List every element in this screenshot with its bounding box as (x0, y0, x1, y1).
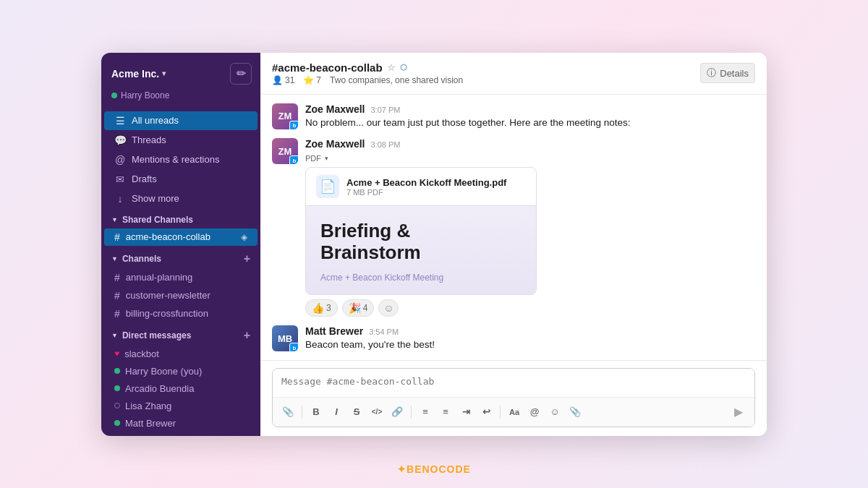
ordered-list-toolbar-button[interactable]: ≡ (416, 403, 435, 421)
avatar-zoe: ZM b (272, 138, 298, 164)
message-text: No problem... our team just put those to… (305, 116, 755, 130)
reaction-count: 4 (363, 303, 368, 313)
message-row: ZM b Zoe Maxwell 3:07 PM No problem... o… (272, 103, 755, 130)
channel-item-acme-beacon-collab[interactable]: # acme-beacon-collab ◈ (104, 228, 258, 246)
pdf-file-icon: 📄 (316, 175, 339, 198)
channel-title: #acme-beacon-collab ☆ ⬡ (272, 61, 463, 74)
sidebar-item-show-more[interactable]: ↓ Show more (104, 189, 258, 208)
file-attach-toolbar-button[interactable]: 📎 (566, 403, 584, 421)
toolbar-separator (411, 406, 412, 419)
hash-icon: # (114, 308, 120, 320)
avatar-matt: MB b (272, 325, 298, 351)
channel-item-customer-newsletter[interactable]: # customer-newsletter (104, 287, 258, 304)
text-format-toolbar-button[interactable]: Aa (505, 403, 524, 421)
message-header: Zoe Maxwell 3:07 PM (305, 103, 755, 115)
sidebar-header: Acme Inc. ▾ ✏ (101, 53, 260, 89)
message-row: ZM b Zoe Maxwell 3:08 PM PDF ▾ 📄 (272, 138, 755, 317)
dm-item-harry-boone[interactable]: Harry Boone (you) (104, 363, 258, 380)
italic-toolbar-button[interactable]: I (327, 403, 346, 421)
emoji-toolbar-button[interactable]: ☺ (545, 403, 564, 421)
external-icon: ◈ (241, 232, 247, 242)
smiley-icon: ☺ (383, 302, 393, 314)
strikethrough-toolbar-button[interactable]: S (347, 403, 366, 421)
pdf-filesize: 7 MB PDF (346, 188, 506, 197)
undo-toolbar-button[interactable]: ↩ (477, 403, 495, 421)
star-small-icon: ⭐ (303, 75, 314, 85)
online-status-dot (114, 368, 120, 374)
code-toolbar-button[interactable]: </> (367, 403, 386, 421)
pdf-preview-title: Briefing &Brainstorm (320, 221, 522, 264)
unordered-list-toolbar-button[interactable]: ≡ (436, 403, 455, 421)
message-author: Zoe Maxwell (305, 138, 365, 150)
user-status: Harry Boone (101, 89, 260, 108)
message-time: 3:07 PM (370, 106, 400, 114)
sidebar: Acme Inc. ▾ ✏ Harry Boone ☰ All unreads … (101, 53, 260, 436)
footer-brand: ✦BENOCODE (397, 463, 471, 475)
message-header: Zoe Maxwell 3:08 PM (305, 138, 755, 150)
dm-name: Matt Brewer (125, 418, 176, 429)
file-type-label: PDF (305, 154, 321, 163)
pdf-preview-subtitle: Acme + Beacon Kickoff Meeting (320, 273, 522, 283)
channels-section[interactable]: ▼ Channels + (101, 247, 260, 268)
reaction-tada[interactable]: 🎉 4 (342, 299, 375, 317)
bold-toolbar-button[interactable]: B (307, 403, 326, 421)
toolbar-separator (500, 406, 501, 419)
mention-toolbar-button[interactable]: @ (525, 403, 544, 421)
sidebar-item-threads[interactable]: 💬 Threads (104, 131, 258, 150)
workspace-name[interactable]: Acme Inc. ▾ (111, 68, 166, 80)
sidebar-nav: ☰ All unreads 💬 Threads @ Mentions & rea… (101, 108, 260, 436)
away-status-dot (114, 403, 120, 408)
channel-name-label: #acme-beacon-collab (272, 61, 383, 74)
indent-toolbar-button[interactable]: ⇥ (456, 403, 475, 421)
add-reaction-button[interactable]: ☺ (378, 299, 399, 317)
reactions-bar: 👍 3 🎉 4 ☺ (305, 299, 755, 317)
details-button[interactable]: ⓘ Details (700, 63, 755, 83)
dm-item-matt[interactable]: Matt Brewer (104, 415, 258, 432)
direct-messages-section[interactable]: ▼ Direct messages + (101, 323, 260, 345)
workspace-chevron-icon: ▾ (162, 69, 166, 77)
pdf-attachment-card[interactable]: 📄 Acme + Beacon Kickoff Meeting.pdf 7 MB… (305, 167, 537, 295)
channel-name: customer-newsletter (126, 290, 210, 301)
dm-item-lisa[interactable]: Lisa Zhang (104, 398, 258, 414)
sidebar-item-drafts[interactable]: ✉ Drafts (104, 170, 258, 189)
main-content: #acme-beacon-collab ☆ ⬡ 👤 31 ⭐ 7 Two com… (260, 53, 767, 436)
dm-item-slackbot[interactable]: ♥ slackbot (104, 346, 258, 362)
channel-item-annual-planning[interactable]: # annual-planning (104, 269, 258, 286)
compose-button[interactable]: ✏ (230, 63, 252, 85)
online-status-dot (114, 385, 120, 391)
shared-channels-section[interactable]: ▼ Shared Channels (101, 209, 260, 228)
sidebar-item-all-unreads[interactable]: ☰ All unreads (104, 111, 258, 130)
avatar-zoe: ZM b (272, 103, 298, 129)
add-channel-button[interactable]: + (244, 252, 250, 265)
direct-messages-label: Direct messages (122, 330, 191, 341)
at-icon: @ (114, 154, 126, 166)
reaction-thumbsup[interactable]: 👍 3 (305, 299, 338, 317)
channel-info: #acme-beacon-collab ☆ ⬡ 👤 31 ⭐ 7 Two com… (272, 61, 463, 85)
dm-item-arcadio[interactable]: Arcadio Buendia (104, 380, 258, 397)
details-label: Details (720, 68, 749, 79)
thumbsup-emoji: 👍 (312, 302, 324, 314)
channel-item-billing-crossfunction[interactable]: # billing-crossfunction (104, 305, 258, 322)
sidebar-item-mentions[interactable]: @ Mentions & reactions (104, 150, 258, 169)
send-button[interactable]: ▶ (728, 402, 749, 422)
input-toolbar: 📎 B I S </> 🔗 ≡ ≡ ⇥ ↩ Aa @ ☺ 📎 (273, 397, 754, 427)
file-type-badge[interactable]: PDF ▾ (305, 154, 328, 163)
dm-name: Harry Boone (you) (125, 366, 202, 377)
add-dm-button[interactable]: + (244, 329, 250, 342)
tada-emoji: 🎉 (349, 302, 361, 314)
message-body: Matt Brewer 3:54 PM Beacon team, you're … (305, 325, 755, 352)
brand-accent-icon: ✦ (397, 463, 407, 475)
message-input[interactable] (273, 369, 754, 394)
star-icon[interactable]: ☆ (387, 62, 396, 73)
attach-toolbar-button[interactable]: 📎 (278, 403, 297, 421)
user-status-dot (111, 93, 117, 98)
connected-icon: ⬡ (400, 63, 407, 72)
toggle-icon: ▼ (111, 255, 118, 262)
message-author: Zoe Maxwell (305, 103, 365, 115)
message-text: Beacon team, you're the best! (305, 338, 755, 352)
online-status-dot (114, 420, 120, 426)
workspace-label: Acme Inc. (111, 68, 159, 80)
avatar-initials: ZM (278, 111, 292, 121)
sidebar-item-label: Threads (132, 134, 166, 145)
link-toolbar-button[interactable]: 🔗 (388, 403, 407, 421)
